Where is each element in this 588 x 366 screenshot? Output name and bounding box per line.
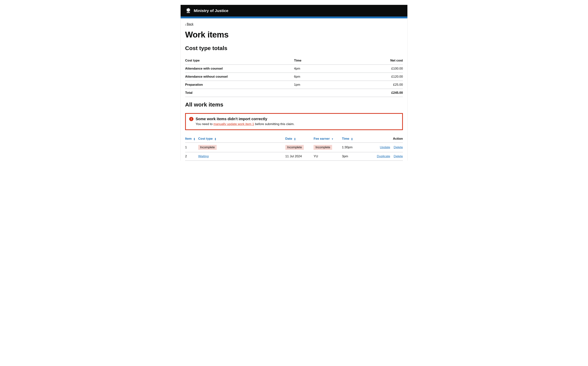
- col-ct-label: Cost type: [198, 137, 213, 140]
- alert-body: You need to manually update work item 1 …: [196, 122, 399, 126]
- total-time-cell: [294, 89, 359, 97]
- back-link[interactable]: ‹ Back: [185, 23, 193, 26]
- duplicate-link[interactable]: Duplicate: [377, 154, 390, 158]
- fee-cell: Incomplete: [314, 143, 342, 152]
- net-cell: £100.00: [359, 65, 403, 73]
- warning-icon: !: [189, 117, 193, 121]
- sort-desc-icon: ▼: [331, 138, 334, 140]
- table-row: 2 Waiting 11 Jul 2024 YU 3pm Duplicate D…: [185, 152, 403, 161]
- sort-time[interactable]: Time ▲▼: [342, 135, 368, 143]
- time-cell: 1:30pm: [342, 143, 368, 152]
- time-cell: 6pm: [294, 73, 359, 81]
- update-link[interactable]: Update: [380, 145, 390, 149]
- total-label: Total: [185, 89, 294, 97]
- brand-name: Ministry of Justice: [194, 8, 228, 13]
- accent-bar: [181, 16, 407, 18]
- cost-type-cell: Incomplete: [198, 143, 285, 152]
- delete-link[interactable]: Delete: [394, 145, 403, 149]
- delete-link[interactable]: Delete: [394, 154, 403, 158]
- table-row: Attendance without counsel 6pm £120.00: [185, 73, 403, 81]
- sort-cost-type[interactable]: Cost type ▲▼: [198, 135, 285, 143]
- sort-icon: ▲▼: [215, 137, 216, 140]
- alert-suffix: before submitting this claim.: [254, 122, 294, 126]
- chevron-left-icon: ‹: [185, 23, 186, 26]
- sort-icon: ▲▼: [193, 137, 195, 140]
- cost-type-cell: Attendance without counsel: [185, 73, 294, 81]
- totals-table: Cost type Time Net cost Attendance with …: [185, 57, 403, 97]
- alert-link[interactable]: manually update work item 1: [214, 122, 254, 126]
- col-time: Time: [294, 57, 359, 65]
- items-heading: All work items: [185, 101, 403, 108]
- col-fee-label: Fee earner: [314, 137, 330, 140]
- fee-cell: YU: [314, 152, 342, 161]
- date-cell: 11 Jul 2024: [285, 152, 314, 161]
- col-cost-type: Cost type: [185, 57, 294, 65]
- date-cell: Incomplete: [285, 143, 314, 152]
- incomplete-tag: Incomplete: [314, 145, 332, 150]
- incomplete-tag: Incomplete: [198, 145, 217, 150]
- time-cell: 4pm: [294, 65, 359, 73]
- col-item-label: Item: [185, 137, 192, 140]
- alert-prefix: You need to: [196, 122, 214, 126]
- table-row: Preparation 1pm £25.00: [185, 81, 403, 89]
- app-header: Ministry of Justice: [181, 5, 407, 16]
- table-row: Attendance with counsel 4pm £100.00: [185, 65, 403, 73]
- table-row: 1 Incomplete Incomplete Incomplete 1:30p…: [185, 143, 403, 152]
- back-label: Back: [187, 23, 194, 26]
- item-number: 1: [185, 143, 198, 152]
- time-cell: 1pm: [294, 81, 359, 89]
- sort-icon: ▲▼: [294, 137, 296, 140]
- col-date-label: Date: [285, 137, 292, 140]
- item-number: 2: [185, 152, 198, 161]
- total-net-cell: £245.00: [359, 89, 403, 97]
- cost-type-cell: Attendance with counsel: [185, 65, 294, 73]
- crest-icon: [185, 8, 191, 14]
- col-time-label: Time: [342, 137, 349, 140]
- sort-date[interactable]: Date ▲▼: [285, 135, 314, 143]
- svg-rect-0: [187, 12, 190, 13]
- cost-type-link[interactable]: Waiting: [198, 154, 209, 158]
- items-table: Item ▲▼ Cost type ▲▼ Date ▲▼ Fee earne: [185, 135, 403, 161]
- col-action: Action: [368, 135, 403, 143]
- net-cell: £25.00: [359, 81, 403, 89]
- error-summary: ! Some work items didn't import correctl…: [185, 113, 403, 130]
- alert-title: Some work items didn't import correctly: [196, 117, 267, 121]
- sort-icon: ▲▼: [351, 137, 353, 140]
- sort-fee-earner[interactable]: Fee earner ▼: [314, 135, 342, 143]
- sort-item[interactable]: Item ▲▼: [185, 135, 198, 143]
- col-net-cost: Net cost: [359, 57, 403, 65]
- total-row: Total £245.00: [185, 89, 403, 97]
- totals-heading: Cost type totals: [185, 45, 403, 51]
- cost-type-cell: Waiting: [198, 152, 285, 161]
- incomplete-tag: Incomplete: [285, 145, 304, 150]
- actions-cell: Update Delete: [368, 143, 403, 152]
- actions-cell: Duplicate Delete: [368, 152, 403, 161]
- page-title: Work items: [185, 30, 403, 39]
- net-cell: £120.00: [359, 73, 403, 81]
- cost-type-cell: Preparation: [185, 81, 294, 89]
- time-cell: 3pm: [342, 152, 368, 161]
